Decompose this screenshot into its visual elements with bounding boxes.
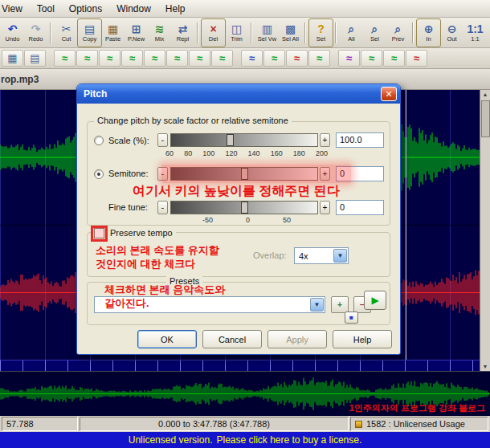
effect-button[interactable]: ≈ — [263, 50, 285, 67]
toolbar-button[interactable]: ⌕ All — [340, 19, 363, 47]
toolbar-button[interactable]: ↷ Redo — [24, 19, 47, 47]
effect-button[interactable]: ≈ — [241, 50, 263, 67]
toolbar-button[interactable]: ⌕ Prev — [386, 19, 410, 47]
preserve-tempo-option[interactable]: Preserve tempo — [91, 226, 176, 240]
effect-button[interactable]: ≈ — [76, 50, 98, 67]
stop-icon: ■ — [349, 314, 353, 321]
fine-tune-slider-thumb[interactable] — [241, 202, 248, 214]
dialog-titlebar[interactable]: Pitch ✕ — [77, 84, 400, 104]
toolbar-button[interactable]: ⌕ Sel — [363, 19, 386, 47]
fine-tune-slider[interactable] — [170, 201, 318, 214]
scale-radio[interactable] — [94, 136, 104, 145]
effect-button[interactable]: ≈ — [383, 50, 405, 67]
preserve-tempo-checkbox[interactable] — [94, 228, 104, 238]
menu-item[interactable]: Options — [62, 1, 109, 17]
toolbar-button[interactable]: ⊕ In — [417, 19, 440, 47]
overlap-dropdown[interactable]: 4x ▼ — [294, 247, 349, 264]
toolbar-button[interactable]: ✂ Cut — [55, 19, 78, 47]
effect-button[interactable]: ≈ — [338, 50, 360, 67]
scale-slider-thumb[interactable] — [227, 134, 234, 146]
toolbar-button[interactable]: ▩ Sel All — [279, 19, 302, 47]
toolbar-button[interactable]: 1:1 1:1 — [463, 19, 487, 47]
toolbar-button[interactable]: ⊖ Out — [440, 19, 463, 47]
cancel-button[interactable]: Cancel — [202, 330, 262, 348]
preview-stop-button[interactable]: ■ — [345, 312, 358, 324]
status-selection: 0.000 to 3:47.788 (3:47.788) — [80, 417, 349, 431]
toolbar-button-label: In — [426, 35, 431, 43]
effect-button[interactable]: ≈ — [406, 50, 427, 67]
preset-add-button[interactable]: + — [331, 296, 349, 313]
effect-button[interactable]: ≈ — [361, 50, 382, 67]
annotation-tempo-line2: 것인지에 대한 체크다 — [96, 257, 195, 271]
scale-plus-button[interactable]: + — [320, 133, 330, 147]
toolbar-button-label: Sel All — [282, 35, 299, 43]
ok-button[interactable]: OK — [137, 330, 197, 348]
apply-button[interactable]: Apply — [267, 330, 327, 348]
effect-button[interactable]: ▤ — [24, 50, 46, 67]
toolbar-button-icon: ↶ — [8, 22, 18, 35]
help-button[interactable]: Help — [333, 330, 392, 348]
toolbar-button[interactable]: × Del — [202, 19, 225, 47]
scale-minus-button[interactable]: - — [157, 133, 168, 147]
annotation-highlight-box — [91, 226, 108, 242]
overview-strip[interactable]: 1인주의자의 프로그램 강좌 블로그 — [0, 371, 490, 416]
toolbar-button-icon: ✂ — [62, 22, 71, 35]
toolbar-button-label: Out — [447, 35, 456, 43]
toolbar-button[interactable]: ▦ Paste — [101, 19, 125, 47]
menu-item[interactable]: View — [0, 1, 30, 17]
scale-value-input[interactable]: 100.0 — [336, 132, 384, 148]
toolbar-button[interactable]: ↶ Undo — [1, 19, 24, 47]
waveform-icon: ≈ — [316, 52, 322, 64]
toolbar-button-label: Copy — [83, 35, 97, 43]
toolbar-button-icon: ▥ — [262, 22, 272, 35]
fine-tune-plus-button[interactable]: + — [320, 201, 330, 214]
playhead-marker — [406, 90, 406, 360]
license-banner: Unlicensed version. Please click here to… — [0, 432, 490, 448]
chevron-down-icon[interactable]: ▼ — [310, 298, 324, 312]
scroll-up-icon[interactable]: ▲ — [483, 90, 488, 99]
semitone-plus-button[interactable]: + — [320, 167, 330, 181]
toolbar-button[interactable]: ⊞ P.New — [125, 19, 148, 47]
menu-item[interactable]: Tool — [30, 1, 62, 17]
close-icon[interactable]: ✕ — [381, 87, 397, 101]
semitone-value-input[interactable]: 0 — [336, 166, 384, 181]
buy-license-link[interactable]: Please click here to buy a license. — [216, 434, 361, 446]
chevron-down-icon[interactable]: ▼ — [333, 249, 347, 263]
effect-button[interactable]: ≈ — [166, 50, 188, 67]
effect-button[interactable]: ≈ — [144, 50, 165, 67]
menu-item[interactable]: Help — [158, 1, 193, 17]
effect-button[interactable]: ≈ — [121, 50, 143, 67]
toolbar-button[interactable]: ⇄ Repl — [171, 19, 194, 47]
scale-slider[interactable] — [170, 133, 318, 147]
toolbar-button[interactable]: ≋ Mix — [148, 19, 171, 47]
effect-button[interactable]: ≈ — [189, 50, 210, 67]
fine-tune-value-input[interactable]: 0 — [336, 200, 384, 215]
effect-button[interactable]: ≈ — [308, 50, 330, 67]
effect-button[interactable]: ≈ — [99, 50, 120, 67]
preview-play-button[interactable]: ▶ — [364, 291, 386, 310]
vertical-scrollbar[interactable]: ▲ ▼ — [480, 90, 490, 371]
toolbar-button-label: Repl — [177, 35, 189, 43]
scroll-down-icon[interactable]: ▼ — [483, 362, 488, 371]
toolbar-button[interactable]: ▤ Copy — [78, 19, 101, 47]
effect-button[interactable]: ▦ — [2, 50, 23, 67]
semitone-slider-thumb[interactable] — [241, 168, 248, 180]
effect-button[interactable]: ≈ — [54, 50, 76, 67]
dialog-button-row: OK Cancel Apply Help — [87, 330, 392, 348]
semitone-radio[interactable] — [94, 169, 104, 179]
scrollbar-thumb[interactable] — [481, 100, 490, 137]
semitone-minus-button[interactable]: - — [157, 167, 168, 181]
toolbar-button[interactable]: ◫ Trim — [225, 19, 248, 47]
fine-tune-minus-button[interactable]: - — [157, 201, 168, 214]
banner-prefix: Unlicensed version. — [129, 434, 213, 446]
overlap-value: 4x — [299, 251, 308, 261]
semitone-slider[interactable] — [170, 167, 318, 181]
effect-button[interactable]: ≈ — [286, 50, 308, 67]
toolbar-button[interactable]: ▥ Sel Vw — [255, 19, 279, 47]
effect-button[interactable]: ≈ — [211, 50, 233, 67]
menu-item[interactable]: Window — [109, 1, 158, 17]
fine-tune-label: Fine tune: — [108, 202, 148, 212]
toolbar-button[interactable]: ? Set — [309, 19, 333, 47]
pitch-dialog: Pitch ✕ Change pitch by scale factor or … — [76, 83, 401, 355]
toolbar-button-icon: ↷ — [31, 22, 41, 35]
